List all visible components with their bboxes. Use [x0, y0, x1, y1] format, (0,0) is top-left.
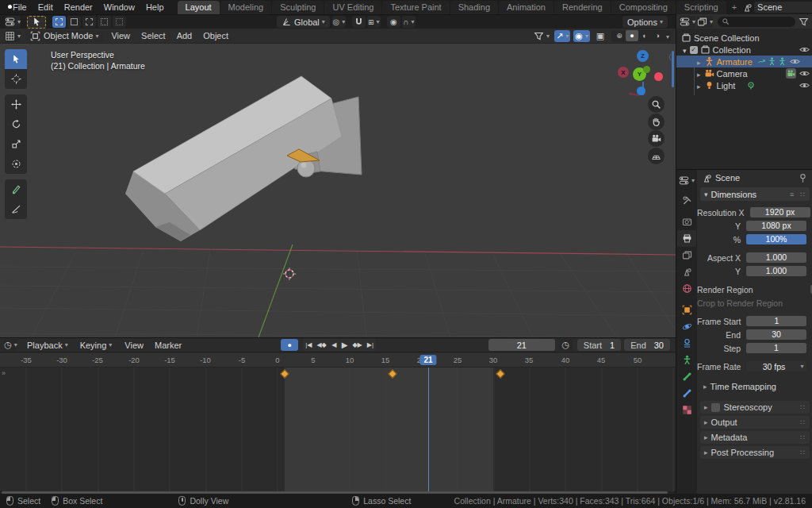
- timeline-menu-marker[interactable]: Marker: [149, 341, 187, 350]
- tab-bone-constraints[interactable]: [677, 385, 696, 402]
- add-workspace-button[interactable]: +: [727, 1, 741, 14]
- proportional-editing-toggle[interactable]: ◉: [387, 16, 400, 28]
- camera-data-icon[interactable]: [786, 68, 796, 79]
- pin-icon[interactable]: [798, 173, 808, 183]
- gizmos-toggle[interactable]: ↗: [554, 30, 570, 42]
- resolution-y-field[interactable]: 1080 px: [746, 221, 806, 231]
- viewport-menu-object[interactable]: Object: [197, 31, 234, 40]
- tab-scripting[interactable]: Scripting: [676, 1, 726, 14]
- viewport-3d[interactable]: Object Mode View Select Add Object ↗ ◉ ▣…: [0, 29, 676, 337]
- shading-wireframe-button[interactable]: ⊕: [613, 30, 626, 41]
- outliner-row-scene-collection[interactable]: Scene Collection: [676, 32, 812, 44]
- select-mode-new-button[interactable]: [52, 16, 66, 28]
- tool-annotate-button[interactable]: [5, 179, 27, 199]
- select-mode-subtract-button[interactable]: [82, 16, 96, 28]
- next-keyframe-button[interactable]: ◆▶: [350, 339, 364, 351]
- current-frame-line[interactable]: [428, 368, 429, 491]
- viewport-menu-select[interactable]: Select: [136, 31, 171, 40]
- proportional-falloff-dropdown[interactable]: ∩: [402, 16, 416, 28]
- panel-drag-handle[interactable]: [800, 403, 806, 411]
- outliner-row-armature[interactable]: Armature: [676, 56, 812, 67]
- camera-view-button[interactable]: [648, 130, 665, 147]
- light-expand-icon[interactable]: [697, 81, 704, 90]
- frame-step-field[interactable]: 1: [746, 343, 806, 353]
- frame-start-widget[interactable]: Start 1: [577, 339, 621, 351]
- panel-drag-handle[interactable]: [800, 418, 806, 426]
- play-button[interactable]: ▶: [339, 339, 350, 351]
- light-data-icon[interactable]: [746, 81, 756, 90]
- playback-menu[interactable]: Playback: [22, 339, 73, 351]
- tab-animation[interactable]: Animation: [499, 1, 553, 14]
- outliner-row-light[interactable]: Light: [676, 79, 812, 91]
- armature-eye-icon[interactable]: [790, 56, 800, 67]
- tab-tool[interactable]: [677, 192, 696, 209]
- select-mode-invert-button[interactable]: [98, 16, 111, 28]
- region-collapse-arrow[interactable]: 〈: [665, 52, 672, 63]
- frame-end-widget[interactable]: End 30: [624, 339, 670, 351]
- outliner-row-camera[interactable]: Camera: [676, 67, 812, 79]
- tab-physics[interactable]: [677, 318, 696, 335]
- camera-expand-icon[interactable]: [697, 69, 704, 79]
- play-reverse-button[interactable]: ◀: [329, 339, 339, 351]
- tab-rendering[interactable]: Rendering: [554, 1, 611, 14]
- tool-transform-button[interactable]: [5, 154, 27, 174]
- select-mode-extend-button[interactable]: [67, 16, 81, 28]
- tab-render[interactable]: [677, 214, 696, 230]
- select-mode-intersect-button[interactable]: [113, 16, 126, 28]
- metadata-panel[interactable]: Metadata: [700, 431, 810, 444]
- time-remapping-subpanel[interactable]: Time Remapping: [703, 380, 806, 392]
- timeline-menu-view[interactable]: View: [119, 341, 149, 350]
- outliner-filter-icon[interactable]: [799, 17, 809, 27]
- collection-expand-icon[interactable]: [683, 45, 690, 55]
- tab-scene[interactable]: [677, 264, 696, 280]
- collection-checkbox[interactable]: ✓: [690, 46, 698, 54]
- armature-animation-icon[interactable]: [757, 57, 766, 66]
- outliner-search-input[interactable]: [718, 17, 795, 27]
- gizmo-z-axis[interactable]: Z: [637, 50, 649, 62]
- gizmo-x-axis-pos[interactable]: [654, 72, 663, 81]
- viewport-menu-add[interactable]: Add: [171, 31, 198, 40]
- timeline-ruler[interactable]: -35 -30 -25 -20 -15 -10 -5 0 5 10 15 20 …: [0, 353, 676, 368]
- use-preview-range-toggle[interactable]: ◷: [559, 339, 573, 351]
- auto-keyframe-toggle[interactable]: [281, 339, 298, 351]
- channel-region-expand-icon[interactable]: »: [2, 369, 6, 377]
- transform-orientation-dropdown[interactable]: Global: [277, 16, 330, 28]
- resolution-x-field[interactable]: 1920 px: [750, 207, 810, 217]
- xray-toggle[interactable]: ▣: [593, 30, 607, 42]
- camera-eye-icon[interactable]: [799, 68, 810, 79]
- snap-settings-dropdown[interactable]: ⊞: [367, 16, 381, 28]
- tab-output[interactable]: [677, 230, 696, 247]
- gizmo-y-axis-neg[interactable]: [643, 66, 650, 73]
- tab-shading[interactable]: Shading: [450, 1, 498, 14]
- tab-world[interactable]: [677, 280, 696, 297]
- perspective-toggle-button[interactable]: [648, 148, 665, 164]
- tab-view-layer[interactable]: [677, 247, 696, 264]
- shading-material-button[interactable]: ◐: [638, 30, 651, 41]
- tab-bone[interactable]: [677, 368, 696, 385]
- viewport-menu-view[interactable]: View: [105, 31, 136, 40]
- tab-modeling[interactable]: Modeling: [220, 1, 272, 14]
- tab-object[interactable]: [677, 302, 696, 318]
- current-frame-field[interactable]: 21: [488, 339, 555, 351]
- gizmo-x-axis-neg[interactable]: X: [618, 67, 629, 78]
- object-visibility-dropdown[interactable]: [532, 30, 551, 42]
- armature-pose-icon[interactable]: [768, 57, 776, 66]
- zoom-button[interactable]: [648, 96, 665, 113]
- editor-type-icon[interactable]: [5, 16, 21, 28]
- overlays-toggle[interactable]: ◉: [573, 30, 590, 42]
- panel-drag-handle[interactable]: [800, 190, 806, 198]
- active-tool-select-box[interactable]: [27, 16, 46, 29]
- gizmo-z-axis-neg[interactable]: [637, 87, 645, 95]
- tab-object-data[interactable]: [677, 352, 696, 368]
- tool-scale-button[interactable]: [5, 134, 27, 154]
- timeline-dopesheet-area[interactable]: »: [0, 368, 676, 491]
- frame-end-field[interactable]: 30: [746, 329, 806, 340]
- tool-move-button[interactable]: [5, 94, 27, 114]
- properties-editor-type-icon[interactable]: [677, 172, 696, 189]
- panel-drag-handle[interactable]: [800, 433, 806, 441]
- resolution-percent-slider[interactable]: 100%: [746, 234, 806, 244]
- dimensions-panel-header[interactable]: Dimensions ≡: [700, 187, 810, 201]
- mode-selector-dropdown[interactable]: Object Mode: [25, 30, 103, 42]
- armature-expand-icon[interactable]: [697, 57, 704, 67]
- frame-rate-dropdown[interactable]: 30 fps: [746, 361, 806, 371]
